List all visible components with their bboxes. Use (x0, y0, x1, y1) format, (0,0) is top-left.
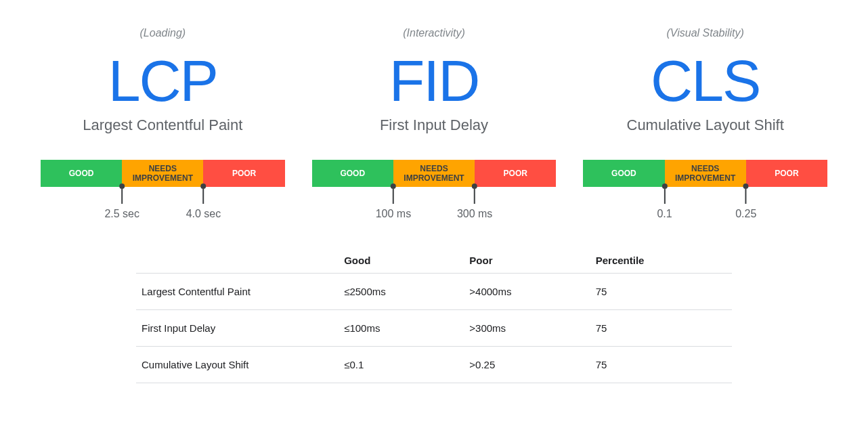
metric-category: (Loading) (140, 27, 186, 39)
segment-poor: POOR (475, 160, 556, 187)
cell-poor: >0.25 (464, 347, 590, 383)
cell-good: ≤100ms (339, 310, 464, 347)
table-row: Largest Contentful Paint ≤2500ms >4000ms… (136, 274, 732, 310)
threshold-label: 2.5 sec (104, 208, 139, 220)
metric-fullname: Cumulative Layout Shift (627, 116, 784, 134)
threshold-label: 300 ms (457, 208, 492, 220)
cell-poor: >300ms (464, 310, 590, 347)
threshold-tick-2: 0.25 (735, 183, 756, 220)
metric-fullname: First Input Delay (380, 116, 488, 134)
cell-poor: >4000ms (464, 274, 590, 310)
segment-poor: POOR (203, 160, 284, 187)
metric-fullname: Largest Contentful Paint (83, 116, 242, 134)
threshold-bar: GOOD NEEDS IMPROVEMENT POOR 100 ms 300 m… (312, 160, 557, 221)
segment-needs: NEEDS IMPROVEMENT (122, 160, 203, 187)
table-header-row: Good Poor Percentile (136, 248, 732, 274)
cell-metric: Cumulative Layout Shift (136, 347, 339, 383)
metric-abbrev: FID (389, 51, 479, 110)
metric-category: (Visual Stability) (666, 27, 743, 39)
segment-needs: NEEDS IMPROVEMENT (665, 160, 746, 187)
table-row: First Input Delay ≤100ms >300ms 75 (136, 310, 732, 347)
threshold-tick-2: 4.0 sec (186, 183, 221, 220)
threshold-bar: GOOD NEEDS IMPROVEMENT POOR 0.1 0.25 (583, 160, 827, 221)
metric-card-fid: (Interactivity) FID First Input Delay GO… (312, 27, 557, 221)
metric-abbrev: CLS (651, 51, 760, 110)
cell-metric: Largest Contentful Paint (136, 274, 339, 310)
segment-good: GOOD (583, 160, 664, 187)
threshold-tick-1: 100 ms (376, 183, 411, 220)
metric-category: (Interactivity) (403, 27, 465, 39)
threshold-bar: GOOD NEEDS IMPROVEMENT POOR 2.5 sec 4.0 … (41, 160, 285, 221)
table-row: Cumulative Layout Shift ≤0.1 >0.25 75 (136, 347, 732, 383)
metric-abbrev: LCP (108, 51, 217, 110)
threshold-tick-1: 0.1 (657, 183, 672, 220)
cell-percentile: 75 (590, 347, 732, 383)
segment-poor: POOR (746, 160, 827, 187)
col-percentile: Percentile (590, 248, 732, 274)
threshold-tick-2: 300 ms (457, 183, 492, 220)
threshold-label: 0.25 (735, 208, 756, 220)
segment-good: GOOD (41, 160, 122, 187)
cell-percentile: 75 (590, 310, 732, 347)
metric-card-lcp: (Loading) LCP Largest Contentful Paint G… (41, 27, 285, 221)
threshold-label: 0.1 (657, 208, 672, 220)
thresholds-table-wrap: Good Poor Percentile Largest Contentful … (136, 248, 732, 383)
col-poor: Poor (464, 248, 590, 274)
segment-needs: NEEDS IMPROVEMENT (393, 160, 475, 187)
cell-metric: First Input Delay (136, 310, 339, 347)
cell-good: ≤2500ms (339, 274, 464, 310)
col-good: Good (339, 248, 464, 274)
thresholds-table: Good Poor Percentile Largest Contentful … (136, 248, 732, 383)
metric-card-cls: (Visual Stability) CLS Cumulative Layout… (583, 27, 827, 221)
threshold-label: 100 ms (376, 208, 411, 220)
cell-percentile: 75 (590, 274, 732, 310)
segment-good: GOOD (312, 160, 393, 187)
col-metric (136, 248, 339, 274)
threshold-tick-1: 2.5 sec (104, 183, 139, 220)
threshold-label: 4.0 sec (186, 208, 221, 220)
metrics-row: (Loading) LCP Largest Contentful Paint G… (0, 0, 868, 221)
cell-good: ≤0.1 (339, 347, 464, 383)
